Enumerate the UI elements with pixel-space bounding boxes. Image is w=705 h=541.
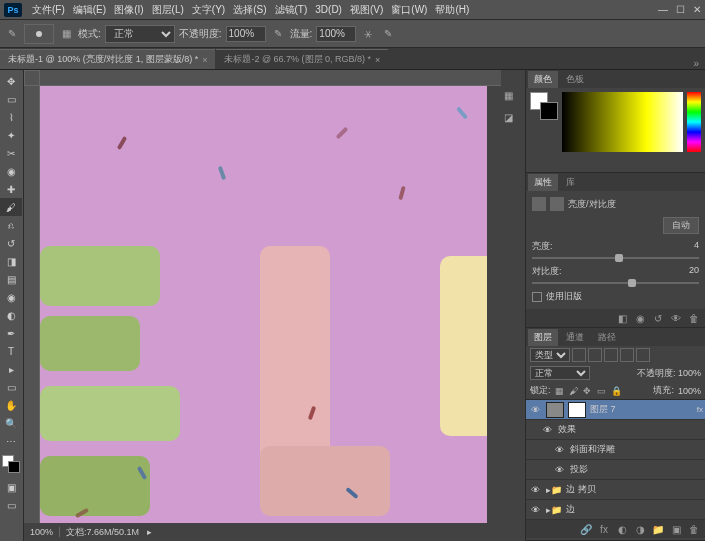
menu-3d[interactable]: 3D(D): [315, 4, 342, 15]
tab-close-icon[interactable]: ×: [202, 55, 207, 65]
color-field[interactable]: [562, 92, 683, 152]
menu-edit[interactable]: 编辑(E): [73, 3, 106, 17]
clip-icon[interactable]: ◧: [615, 311, 629, 325]
brightness-value[interactable]: 4: [694, 240, 699, 253]
brush-preset-picker[interactable]: [24, 24, 54, 44]
layer-style-icon[interactable]: fx: [597, 522, 611, 536]
menu-window[interactable]: 窗口(W): [391, 3, 427, 17]
auto-button[interactable]: 自动: [663, 217, 699, 234]
menu-layer[interactable]: 图层(L): [152, 3, 184, 17]
edit-toolbar[interactable]: ⋯: [0, 432, 22, 450]
delete-layer-icon[interactable]: 🗑: [687, 522, 701, 536]
eyedropper-tool[interactable]: ◉: [0, 162, 22, 180]
tab-layers[interactable]: 图层: [528, 329, 558, 346]
history-brush-tool[interactable]: ↺: [0, 234, 22, 252]
document-canvas[interactable]: [40, 86, 487, 523]
pressure-size-icon[interactable]: ✎: [380, 26, 396, 42]
screen-mode-tool[interactable]: ▭: [0, 496, 22, 514]
blend-mode-select[interactable]: 正常: [105, 25, 175, 43]
visibility-toggle[interactable]: 👁: [550, 465, 568, 475]
lock-pixels-icon[interactable]: 🖌: [569, 386, 579, 396]
brush-panel-icon[interactable]: ▦: [58, 26, 74, 42]
tab-swatches[interactable]: 色板: [560, 71, 590, 88]
layer-effect-item[interactable]: 👁 斜面和浮雕: [526, 440, 705, 460]
layer-effects-row[interactable]: 👁 效果: [526, 420, 705, 440]
eraser-tool[interactable]: ◨: [0, 252, 22, 270]
ruler-vertical[interactable]: [24, 86, 40, 523]
new-layer-icon[interactable]: ▣: [669, 522, 683, 536]
healing-tool[interactable]: ✚: [0, 180, 22, 198]
menu-help[interactable]: 帮助(H): [435, 3, 469, 17]
crop-tool[interactable]: ✂: [0, 144, 22, 162]
layer-filter-select[interactable]: 类型: [530, 348, 570, 362]
rectangle-tool[interactable]: ▭: [0, 378, 22, 396]
quick-select-tool[interactable]: ✦: [0, 126, 22, 144]
filter-type-icon[interactable]: [604, 348, 618, 362]
tab-paths[interactable]: 路径: [592, 329, 622, 346]
pen-tool[interactable]: ✒: [0, 324, 22, 342]
window-maximize[interactable]: ☐: [676, 4, 685, 15]
scrollbar-vertical[interactable]: [487, 86, 501, 523]
doc-info[interactable]: 文档:7.66M/50.1M: [60, 526, 145, 539]
menu-select[interactable]: 选择(S): [233, 3, 266, 17]
menu-image[interactable]: 图像(I): [114, 3, 143, 17]
fill-value[interactable]: 100%: [678, 386, 701, 396]
contrast-value[interactable]: 20: [689, 265, 699, 278]
brush-tool[interactable]: 🖌: [0, 198, 22, 216]
visibility-icon[interactable]: 👁: [669, 311, 683, 325]
ruler-origin[interactable]: [24, 70, 40, 86]
visibility-toggle[interactable]: 👁: [526, 405, 544, 415]
tab-color[interactable]: 颜色: [528, 71, 558, 88]
flow-input[interactable]: [316, 26, 356, 42]
filter-smart-icon[interactable]: [636, 348, 650, 362]
lock-transparency-icon[interactable]: ▦: [555, 386, 565, 396]
layer-mask-thumbnail[interactable]: [568, 402, 586, 418]
dodge-tool[interactable]: ◐: [0, 306, 22, 324]
hue-slider[interactable]: [687, 92, 701, 152]
tab-channels[interactable]: 通道: [560, 329, 590, 346]
doc-info-arrow-icon[interactable]: ▸: [147, 527, 152, 537]
window-minimize[interactable]: —: [658, 4, 668, 15]
marquee-tool[interactable]: ▭: [0, 90, 22, 108]
airbrush-icon[interactable]: ⚹: [360, 26, 376, 42]
gradient-tool[interactable]: ▤: [0, 270, 22, 288]
pressure-opacity-icon[interactable]: ✎: [270, 26, 286, 42]
lasso-tool[interactable]: ⌇: [0, 108, 22, 126]
legacy-checkbox[interactable]: [532, 292, 542, 302]
filter-shape-icon[interactable]: [620, 348, 634, 362]
blend-mode-select[interactable]: 正常: [530, 366, 590, 380]
zoom-display[interactable]: 100%: [24, 527, 60, 537]
layer-name[interactable]: 边 拷贝: [564, 483, 705, 496]
layer-name[interactable]: 边: [564, 503, 705, 516]
layer-row[interactable]: 👁 图层 7 fx: [526, 400, 705, 420]
layer-effect-item[interactable]: 👁 投影: [526, 460, 705, 480]
layer-thumbnail[interactable]: [546, 402, 564, 418]
adjustment-layer-icon[interactable]: ◑: [633, 522, 647, 536]
color-foreground-background[interactable]: [530, 92, 558, 120]
document-tab-2[interactable]: 未标题-2 @ 66.7% (图层 0, RGB/8) * ×: [216, 49, 388, 69]
stamp-tool[interactable]: ⎌: [0, 216, 22, 234]
ruler-horizontal[interactable]: [40, 70, 501, 86]
view-previous-icon[interactable]: ◉: [633, 311, 647, 325]
brightness-slider[interactable]: [532, 257, 699, 259]
history-panel-icon[interactable]: ▦: [504, 90, 522, 108]
visibility-toggle[interactable]: 👁: [526, 485, 544, 495]
layer-opacity-value[interactable]: 100%: [678, 368, 701, 378]
delete-icon[interactable]: 🗑: [687, 311, 701, 325]
tab-libraries[interactable]: 库: [560, 174, 581, 191]
layer-name[interactable]: 图层 7: [588, 403, 697, 416]
color-swatch-tool[interactable]: [0, 450, 22, 478]
opacity-input[interactable]: [226, 26, 266, 42]
menu-file[interactable]: 文件(F): [32, 3, 65, 17]
menu-filter[interactable]: 滤镜(T): [275, 3, 308, 17]
tool-preset-icon[interactable]: ✎: [4, 26, 20, 42]
filter-pixel-icon[interactable]: [572, 348, 586, 362]
quick-mask-tool[interactable]: ▣: [0, 478, 22, 496]
lock-all-icon[interactable]: 🔒: [611, 386, 621, 396]
tab-close-icon[interactable]: ×: [375, 55, 380, 65]
group-icon[interactable]: 📁: [651, 522, 665, 536]
window-close[interactable]: ✕: [693, 4, 701, 15]
link-layers-icon[interactable]: 🔗: [579, 522, 593, 536]
zoom-tool[interactable]: 🔍: [0, 414, 22, 432]
reset-icon[interactable]: ↺: [651, 311, 665, 325]
